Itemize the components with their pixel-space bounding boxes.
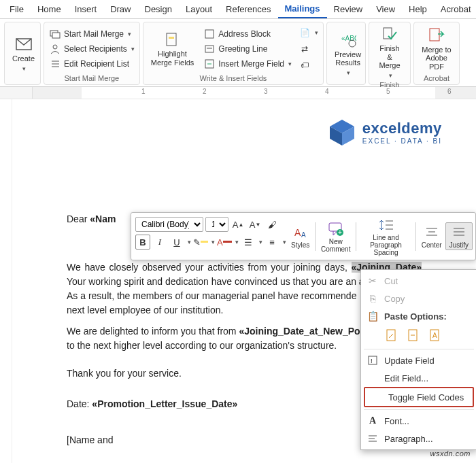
paste-options-label: Paste Options: — [384, 311, 447, 322]
logo-name: exceldemy — [362, 120, 442, 137]
preview-results-button[interactable]: «ABC» Preview Results ▾ — [330, 31, 365, 78]
menu-paste-options-header: 📋 Paste Options: — [361, 307, 476, 325]
start-mail-merge-label: Start Mail Merge — [64, 29, 124, 39]
underline-button[interactable]: U — [169, 235, 184, 250]
rules-button[interactable]: 📄▾ — [297, 26, 320, 39]
copy-icon: ⎘ — [367, 292, 379, 305]
match-fields-button[interactable]: ⇄ — [297, 42, 320, 56]
tab-review[interactable]: Review — [327, 1, 370, 18]
tab-help[interactable]: Help — [402, 1, 434, 18]
text: As a result, the members of our manageri… — [67, 290, 356, 301]
menu-edit-field[interactable]: Edit Field... — [361, 369, 476, 387]
tab-references[interactable]: References — [219, 1, 277, 18]
edit-recipient-list-button[interactable]: Edit Recipient List — [48, 57, 136, 71]
menu-toggle-field-codes[interactable]: Toggle Field Codes — [365, 388, 473, 406]
merge-pdf-label: Merge to Adobe PDF — [422, 46, 452, 71]
center-button[interactable]: Center — [418, 223, 445, 250]
start-mail-merge-button[interactable]: Start Mail Merge ▾ — [48, 27, 136, 41]
finish-merge-button[interactable]: Finish & Merge ▾ — [373, 24, 407, 80]
align-justify-icon — [452, 224, 466, 241]
center-label: Center — [422, 241, 442, 249]
menu-copy: ⎘ Copy — [361, 290, 476, 307]
recipients-icon — [49, 43, 61, 55]
svg-point-3 — [53, 45, 57, 49]
context-menu: ✂ Cut ⎘ Copy 📋 Paste Options: A ! Update… — [360, 269, 476, 450]
font-icon: A — [367, 415, 379, 427]
chevron-down-icon[interactable]: ▾ — [235, 239, 239, 245]
line-spacing-button[interactable]: Line and Paragraph Spacing — [358, 216, 413, 257]
address-block-label: Address Block — [218, 29, 271, 39]
insert-field-icon — [203, 58, 216, 70]
paste-keep-formatting[interactable] — [384, 328, 399, 343]
justify-button[interactable]: Justify — [445, 222, 473, 250]
styles-button[interactable]: AA Styles — [288, 223, 313, 250]
italic-button[interactable]: I — [152, 235, 167, 250]
address-block-button[interactable]: Address Block — [202, 27, 293, 41]
bullets-button[interactable]: ☰ — [241, 235, 256, 250]
ribbon: Create ▾ Start Mail Merge ▾ Select Recip… — [0, 19, 476, 87]
select-recipients-button[interactable]: Select Recipients ▾ — [48, 42, 136, 56]
chevron-down-icon: ▾ — [288, 61, 292, 67]
chevron-down-icon[interactable]: ▾ — [188, 239, 191, 245]
horizontal-ruler[interactable]: 1 2 3 4 5 6 — [0, 87, 476, 99]
tab-acrobat[interactable]: Acrobat — [434, 1, 476, 18]
watermark: wsxdn.com — [430, 449, 471, 458]
chevron-down-icon[interactable]: ▾ — [283, 239, 286, 245]
insert-merge-field-label: Insert Merge Field — [218, 59, 284, 69]
vertical-ruler[interactable] — [0, 99, 12, 463]
edit-list-icon — [49, 58, 61, 70]
tab-mailings[interactable]: Mailings — [278, 0, 327, 18]
greeting-line-button[interactable]: Greeting Line — [202, 42, 293, 56]
highlight-merge-fields-button[interactable]: Highlight Merge Fields — [147, 30, 199, 68]
text: [Name and — [67, 434, 113, 445]
text: next level employee of our institution. — [67, 305, 223, 315]
merge-field-issue-date[interactable]: «Promotion_Letter_Issue_Date» — [92, 398, 237, 409]
edit-field-label: Edit Field... — [384, 373, 428, 383]
merge-field-name[interactable]: «Nam — [90, 213, 116, 224]
svg-rect-10 — [205, 46, 214, 52]
envelope-icon — [16, 36, 32, 52]
increase-font-button[interactable]: A▲ — [231, 217, 245, 232]
highlight-icon — [165, 31, 181, 48]
svg-rect-2 — [52, 33, 60, 38]
paste-text-only[interactable]: A — [428, 328, 443, 343]
merge-to-pdf-button[interactable]: Merge to Adobe PDF — [418, 26, 456, 73]
preview-results-label: Preview Results — [335, 50, 361, 67]
logo-cube-icon — [327, 117, 357, 147]
bold-button[interactable]: B — [135, 235, 150, 250]
font-color-button[interactable]: A — [217, 235, 232, 250]
group-finish: Finish & Merge ▾ Finish — [369, 22, 411, 85]
chevron-down-icon[interactable]: ▾ — [211, 239, 215, 245]
insert-merge-field-button[interactable]: Insert Merge Field ▾ — [202, 57, 293, 71]
tab-layout[interactable]: Layout — [179, 1, 219, 18]
tab-insert[interactable]: Insert — [68, 1, 104, 18]
styles-icon: AA — [293, 224, 308, 241]
font-size-select[interactable]: 12 — [205, 217, 228, 232]
decrease-font-button[interactable]: A▼ — [248, 217, 262, 232]
paste-merge-formatting[interactable] — [406, 328, 421, 343]
labels-icon: 🏷 — [299, 59, 311, 71]
tab-design[interactable]: Design — [138, 1, 179, 18]
font-family-select[interactable]: Calibri (Body) — [135, 217, 203, 232]
group-label: Start Mail Merge — [48, 73, 136, 84]
menu-update-field[interactable]: ! Update Field — [361, 351, 476, 369]
svg-rect-8 — [169, 37, 174, 39]
group-preview: «ABC» Preview Results ▾ — [326, 22, 366, 85]
tab-draw[interactable]: Draw — [103, 1, 137, 18]
chevron-down-icon[interactable]: ▾ — [259, 239, 262, 245]
tab-home[interactable]: Home — [31, 1, 68, 18]
group-acrobat: Merge to Adobe PDF Acrobat — [413, 22, 460, 85]
update-labels-button[interactable]: 🏷 — [297, 58, 320, 72]
menu-paragraph[interactable]: Paragraph... — [361, 430, 476, 447]
menu-font[interactable]: A Font... — [361, 412, 476, 430]
format-painter-button[interactable]: 🖌 — [265, 217, 279, 232]
tab-view[interactable]: View — [369, 1, 402, 18]
create-button[interactable]: Create ▾ — [8, 35, 39, 73]
numbering-button[interactable]: ≡ — [265, 235, 279, 250]
chevron-down-icon: ▾ — [22, 65, 26, 72]
greeting-line-label: Greeting Line — [218, 44, 267, 54]
highlight-color-button[interactable]: ✎ — [193, 235, 208, 250]
new-comment-button[interactable]: + New Comment — [318, 220, 354, 254]
merge-field-new-position-date[interactable]: «Joining_Date_at_New_Posi — [239, 326, 368, 337]
tab-file[interactable]: File — [3, 1, 31, 18]
